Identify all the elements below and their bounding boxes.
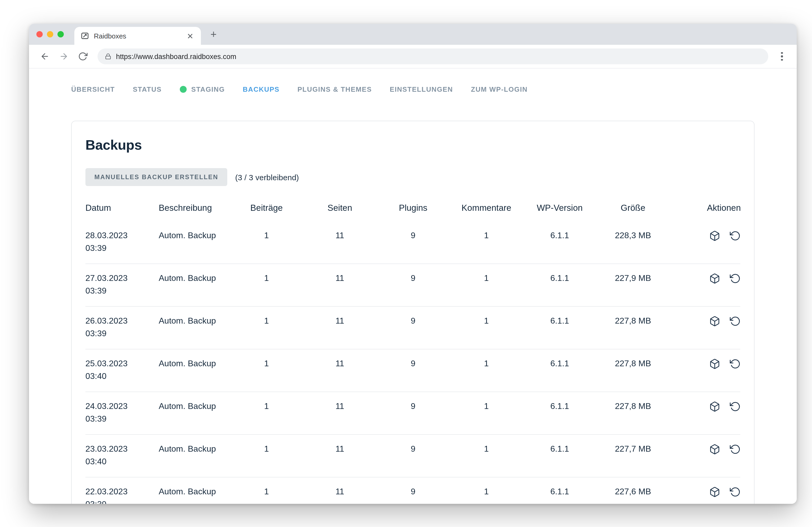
restore-backup-icon[interactable] (730, 316, 741, 327)
lock-icon (105, 53, 111, 60)
restore-backup-icon[interactable] (730, 444, 741, 455)
nav-item-zum-wp-login[interactable]: ZUM WP-LOGIN (471, 85, 527, 93)
restore-backup-icon[interactable] (730, 358, 741, 369)
new-tab-button[interactable]: + (206, 27, 221, 42)
restore-backup-icon[interactable] (730, 486, 741, 497)
table-row: 23.03.2023 03:40 Autom. Backup 1 11 9 1 … (85, 434, 740, 477)
close-window-button[interactable] (37, 31, 43, 38)
raidboxes-favicon-icon (81, 32, 89, 40)
cell-beitraege: 1 (230, 443, 303, 468)
cell-aktionen (670, 229, 741, 254)
cell-beschreibung: Autom. Backup (159, 485, 230, 504)
back-icon[interactable] (37, 48, 53, 65)
nav-item-uebersicht[interactable]: ÜBERSICHT (71, 85, 115, 93)
staging-status-dot (179, 86, 186, 93)
cell-kommentare: 1 (450, 229, 523, 254)
create-manual-backup-button[interactable]: MANUELLES BACKUP ERSTELLEN (85, 168, 227, 186)
cell-plugins: 9 (376, 400, 450, 425)
backup-time: 03:39 (85, 327, 159, 340)
backup-package-icon[interactable] (709, 444, 720, 455)
cell-kommentare: 1 (450, 443, 523, 468)
page-content: ÜBERSICHT STATUS STAGING BACKUPS PLUGINS… (29, 69, 797, 504)
cell-aktionen (670, 314, 741, 340)
table-row: 25.03.2023 03:40 Autom. Backup 1 11 9 1 … (85, 349, 740, 392)
nav-item-einstellungen[interactable]: EINSTELLUNGEN (390, 85, 453, 93)
cell-seiten: 11 (303, 485, 376, 504)
cell-wp-version: 6.1.1 (523, 400, 596, 425)
backup-package-icon[interactable] (709, 273, 720, 284)
forward-icon[interactable] (55, 48, 72, 65)
cell-beschreibung: Autom. Backup (159, 400, 230, 425)
table-row: 26.03.2023 03:39 Autom. Backup 1 11 9 1 … (85, 306, 740, 349)
tab-close-icon[interactable]: ✕ (185, 31, 195, 41)
cell-wp-version: 6.1.1 (523, 485, 596, 504)
address-bar[interactable]: https://www.dashboard.raidboxes.com (98, 48, 768, 64)
restore-backup-icon[interactable] (730, 273, 741, 284)
cell-plugins: 9 (376, 229, 450, 254)
cell-seiten: 11 (303, 357, 376, 383)
cell-kommentare: 1 (450, 314, 523, 340)
table-row: 22.03.2023 03:39 Autom. Backup 1 11 9 1 … (85, 477, 740, 504)
cell-aktionen (670, 272, 741, 297)
backup-package-icon[interactable] (709, 230, 720, 241)
cell-seiten: 11 (303, 272, 376, 297)
cell-groesse: 227,8 MB (596, 400, 670, 425)
cell-kommentare: 1 (450, 485, 523, 504)
nav-item-staging[interactable]: STAGING (179, 85, 224, 93)
table-row: 28.03.2023 03:39 Autom. Backup 1 11 9 1 … (85, 221, 740, 263)
cell-datum: 27.03.2023 03:39 (85, 272, 159, 297)
cell-beschreibung: Autom. Backup (159, 443, 230, 468)
column-header-groesse: Größe (596, 203, 670, 213)
backup-date: 22.03.2023 (85, 485, 159, 498)
backup-time: 03:40 (85, 455, 159, 468)
minimize-window-button[interactable] (47, 31, 53, 38)
window-controls (37, 31, 64, 38)
backup-date: 24.03.2023 (85, 400, 159, 413)
cell-wp-version: 6.1.1 (523, 443, 596, 468)
backup-date: 28.03.2023 (85, 229, 159, 242)
cell-groesse: 227,7 MB (596, 443, 670, 468)
cell-seiten: 11 (303, 229, 376, 254)
backup-date: 25.03.2023 (85, 357, 159, 370)
column-header-beitraege: Beiträge (230, 203, 303, 213)
browser-window: Raidboxes ✕ + https://www.dashboard.rai (29, 24, 797, 504)
browser-tab[interactable]: Raidboxes ✕ (74, 27, 201, 45)
reload-icon[interactable] (74, 48, 91, 65)
cell-kommentare: 1 (450, 272, 523, 297)
nav-item-backups[interactable]: BACKUPS (243, 85, 280, 93)
browser-menu-icon[interactable] (774, 49, 789, 64)
cell-datum: 26.03.2023 03:39 (85, 314, 159, 340)
backup-time: 03:39 (85, 498, 159, 504)
backup-time: 03:40 (85, 370, 159, 383)
backup-time: 03:39 (85, 242, 159, 254)
column-header-aktionen: Aktionen (670, 203, 741, 213)
table-row: 24.03.2023 03:39 Autom. Backup 1 11 9 1 … (85, 392, 740, 434)
cell-plugins: 9 (376, 314, 450, 340)
backups-card: Backups MANUELLES BACKUP ERSTELLEN (3 / … (71, 121, 755, 504)
cell-kommentare: 1 (450, 357, 523, 383)
cell-beschreibung: Autom. Backup (159, 272, 230, 297)
backup-date: 23.03.2023 (85, 443, 159, 455)
backup-package-icon[interactable] (709, 358, 720, 369)
backup-date: 27.03.2023 (85, 272, 159, 284)
backup-time: 03:39 (85, 284, 159, 297)
cell-aktionen (670, 400, 741, 425)
backup-package-icon[interactable] (709, 401, 720, 412)
cell-plugins: 9 (376, 443, 450, 468)
cell-seiten: 11 (303, 400, 376, 425)
restore-backup-icon[interactable] (730, 401, 741, 412)
url-text: https://www.dashboard.raidboxes.com (116, 53, 236, 60)
nav-item-status[interactable]: STATUS (133, 85, 162, 93)
cell-seiten: 11 (303, 443, 376, 468)
backup-package-icon[interactable] (709, 316, 720, 327)
column-header-wp-version: WP-Version (523, 203, 596, 213)
nav-item-plugins-themes[interactable]: PLUGINS & THEMES (298, 85, 372, 93)
backup-package-icon[interactable] (709, 486, 720, 497)
zoom-window-button[interactable] (57, 31, 64, 38)
cell-datum: 28.03.2023 03:39 (85, 229, 159, 254)
cell-datum: 24.03.2023 03:39 (85, 400, 159, 425)
restore-backup-icon[interactable] (730, 230, 741, 241)
cell-groesse: 228,3 MB (596, 229, 670, 254)
cell-beschreibung: Autom. Backup (159, 229, 230, 254)
cell-groesse: 227,6 MB (596, 485, 670, 504)
